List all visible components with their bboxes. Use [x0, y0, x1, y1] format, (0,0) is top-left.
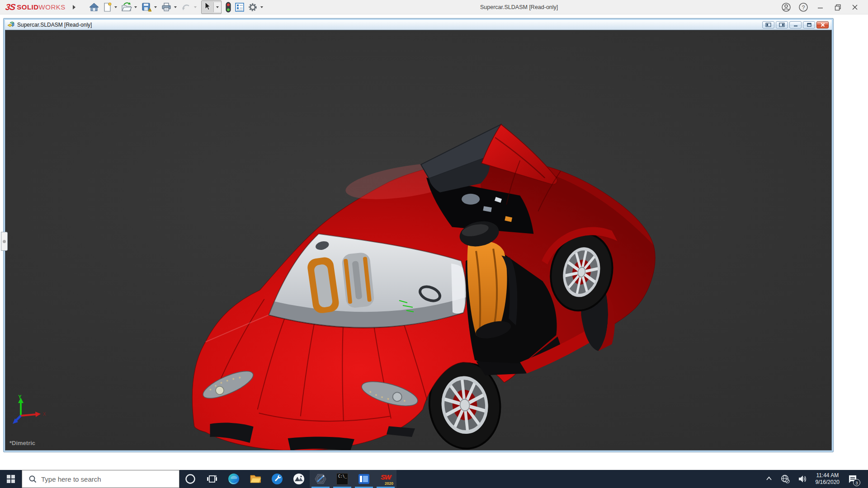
command-prompt-icon: C:\_	[336, 473, 348, 485]
new-document-dropdown[interactable]	[114, 6, 117, 8]
settings-dropdown[interactable]	[260, 6, 263, 8]
new-document-icon	[102, 2, 112, 13]
support-wrench-icon	[271, 473, 283, 485]
blue-window-app-button[interactable]	[353, 470, 375, 488]
open-button[interactable]	[120, 1, 133, 13]
taskbar-app-icons: C:\_ SW 2020	[179, 470, 396, 488]
account-button[interactable]	[779, 1, 793, 13]
speaker-icon	[798, 474, 807, 483]
select-tool-dropdown[interactable]	[213, 2, 221, 12]
volume-button[interactable]	[795, 470, 810, 488]
doc-restore-button[interactable]	[803, 21, 815, 28]
start-button[interactable]	[0, 470, 22, 488]
select-tool-group	[201, 0, 222, 14]
doc-close-button[interactable]	[816, 21, 829, 28]
tile-right-icon	[779, 23, 785, 27]
search-input[interactable]	[41, 475, 179, 483]
save-icon	[141, 2, 152, 13]
handle-dot-icon	[3, 240, 6, 243]
open-icon	[121, 2, 132, 13]
menu-flyout-arrow-icon[interactable]	[73, 5, 75, 9]
close-icon	[852, 4, 858, 10]
solidworks-taskbar-button[interactable]: SW 2020	[375, 470, 396, 488]
quick-access-toolbar	[87, 0, 266, 14]
undo-dropdown[interactable]	[194, 6, 197, 8]
view-orientation-label: *Dimetric	[9, 440, 35, 446]
save-dropdown[interactable]	[154, 6, 157, 8]
document-window-controls	[762, 21, 830, 28]
network-globe-no-internet-icon	[781, 474, 790, 483]
minimize-button[interactable]	[814, 1, 827, 13]
select-tool-button[interactable]	[202, 1, 213, 14]
help-icon: ?	[798, 2, 808, 12]
cortana-button[interactable]	[179, 470, 201, 488]
main-client-area: Supercar.SLDASM [Read-only]	[0, 15, 868, 470]
orientation-triad: Y X	[12, 394, 47, 427]
doc-minimize-button[interactable]	[789, 21, 802, 28]
task-view-icon	[206, 473, 218, 485]
file-explorer-icon	[249, 473, 262, 485]
restore-icon	[835, 4, 841, 11]
3d-viewport[interactable]: Y X *Dimetric	[5, 30, 832, 450]
assembly-document-icon	[7, 21, 14, 28]
doc-close-icon	[820, 23, 826, 27]
print-button[interactable]	[160, 1, 173, 13]
options-form-icon	[235, 2, 245, 12]
window-title: Supercar.SLDASM [Read-only]	[480, 0, 558, 14]
solidworks-brand: 3S SOLIDWORKS	[0, 2, 66, 12]
front-grille-center	[288, 437, 354, 450]
brand-text-works: WORKS	[39, 3, 66, 11]
hexagon-3d-app-icon	[314, 473, 327, 485]
doc-minimize-icon	[793, 23, 798, 27]
restore-button[interactable]	[831, 1, 844, 13]
options-form-button[interactable]	[233, 1, 246, 13]
new-document-button[interactable]	[101, 1, 113, 13]
action-center-button[interactable]: 3	[845, 470, 863, 488]
document-titlebar[interactable]: Supercar.SLDASM [Read-only]	[5, 20, 832, 30]
app-titlebar: 3S SOLIDWORKS	[0, 0, 868, 14]
close-button[interactable]	[848, 1, 862, 13]
print-dropdown[interactable]	[174, 6, 177, 8]
support-tool-button[interactable]	[266, 470, 288, 488]
windows-start-icon	[7, 475, 15, 483]
file-explorer-button[interactable]	[245, 470, 266, 488]
home-button[interactable]	[87, 1, 101, 13]
help-button[interactable]: ?	[797, 1, 810, 13]
photos-app-button[interactable]	[288, 470, 310, 488]
home-icon	[89, 2, 99, 13]
command-prompt-button[interactable]: C:\_	[331, 470, 353, 488]
save-button[interactable]	[140, 1, 153, 13]
rebuild-traffic-light-icon	[225, 2, 232, 13]
account-icon	[781, 2, 791, 12]
supercar-3d-model[interactable]	[5, 30, 831, 450]
svg-text:Y: Y	[18, 394, 22, 399]
clock-time: 11:44 AM	[816, 472, 839, 479]
task-view-button[interactable]	[201, 470, 223, 488]
hidden-icons-chevron-icon	[765, 475, 773, 483]
system-tray: 11:44 AM 9/16/2020 3	[762, 470, 868, 488]
blue-window-app-icon	[358, 473, 370, 485]
solidworks-2020-icon: SW 2020	[379, 472, 392, 486]
front-grille-right	[387, 426, 415, 437]
hidden-icons-button[interactable]	[762, 470, 776, 488]
hexagon-3d-app-button[interactable]	[310, 470, 331, 488]
document-window: Supercar.SLDASM [Read-only]	[3, 18, 834, 452]
rebuild-button[interactable]	[223, 1, 233, 13]
network-button[interactable]	[778, 470, 793, 488]
select-cursor-icon	[203, 2, 212, 11]
print-icon	[161, 2, 172, 13]
doc-tile-left-button[interactable]	[762, 21, 774, 28]
tile-left-icon	[765, 23, 771, 27]
open-dropdown[interactable]	[134, 6, 137, 8]
settings-button[interactable]	[246, 1, 259, 13]
windows-taskbar: C:\_ SW 2020	[0, 470, 868, 488]
doc-tile-right-button[interactable]	[776, 21, 788, 28]
edge-button[interactable]	[223, 470, 245, 488]
feature-panel-collapse-handle[interactable]	[1, 232, 8, 251]
undo-button[interactable]	[179, 1, 193, 13]
taskbar-search[interactable]	[22, 470, 179, 488]
document-title: Supercar.SLDASM [Read-only]	[17, 22, 92, 28]
brand-text-solid: SOLID	[17, 3, 38, 11]
undo-icon	[181, 2, 192, 13]
taskbar-clock[interactable]: 11:44 AM 9/16/2020	[812, 472, 843, 486]
